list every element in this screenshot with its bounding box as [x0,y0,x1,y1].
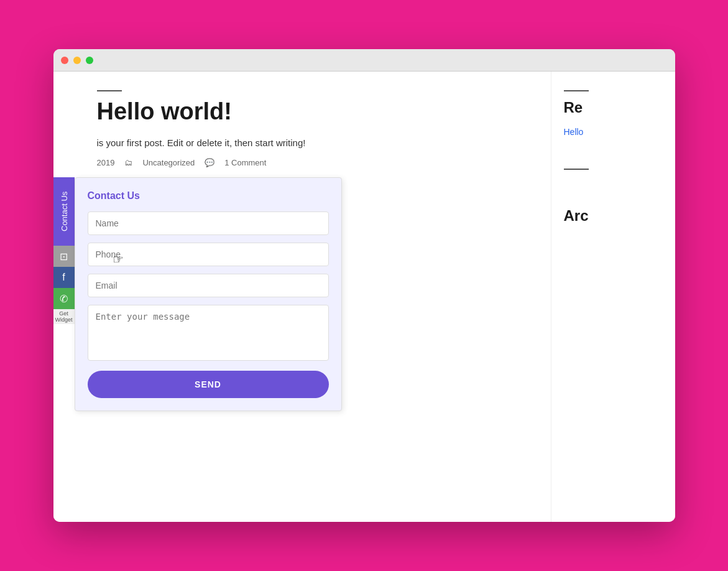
bookmark-icon[interactable]: ⊡ [53,246,75,267]
post-comment-icon: 💬 [205,158,214,167]
close-button[interactable] [61,57,68,64]
contact-us-tab[interactable]: Contact Us [53,177,75,246]
phone-input[interactable] [88,243,329,266]
facebook-icon[interactable]: f [53,267,75,288]
minimize-button[interactable] [73,57,81,64]
contact-form-popup: Contact Us SEND [75,177,342,411]
name-input[interactable] [88,211,329,235]
facebook-symbol: f [62,272,65,283]
post-divider [97,90,122,91]
right-re-title: Re [564,99,663,116]
phone-symbol: ✆ [60,293,68,305]
post-category[interactable]: Uncategorized [142,158,195,167]
post-date: 2019 [97,158,115,167]
send-button[interactable]: SEND [88,371,329,398]
phone-icon[interactable]: ✆ [53,288,75,309]
right-divider-2 [564,169,589,170]
browser-window: Hello world! is your first post. Edit or… [53,49,675,522]
get-widget-label: Get Widget [53,309,75,324]
post-meta: 2019 🗂 Uncategorized 💬 1 Comment [97,158,526,167]
post-comment-count[interactable]: 1 Comment [224,158,266,167]
browser-content: Hello world! is your first post. Edit or… [53,72,675,522]
post-excerpt: is your first post. Edit or delete it, t… [97,137,526,148]
right-sidebar: Re Hello Arc [551,72,675,522]
post-category-icon: 🗂 [124,158,132,167]
sidebar: Contact Us ⊡ f ✆ Get Widget [53,177,75,324]
contact-form-title: Contact Us [88,190,329,202]
right-divider-1 [564,90,589,91]
post-title: Hello world! [97,99,526,125]
maximize-button[interactable] [86,57,93,64]
titlebar [53,49,675,72]
message-input[interactable] [88,305,329,361]
email-input[interactable] [88,274,329,297]
archives-title: Arc [564,207,663,225]
bookmark-symbol: ⊡ [60,251,68,262]
recent-hello-link[interactable]: Hello [564,127,584,137]
